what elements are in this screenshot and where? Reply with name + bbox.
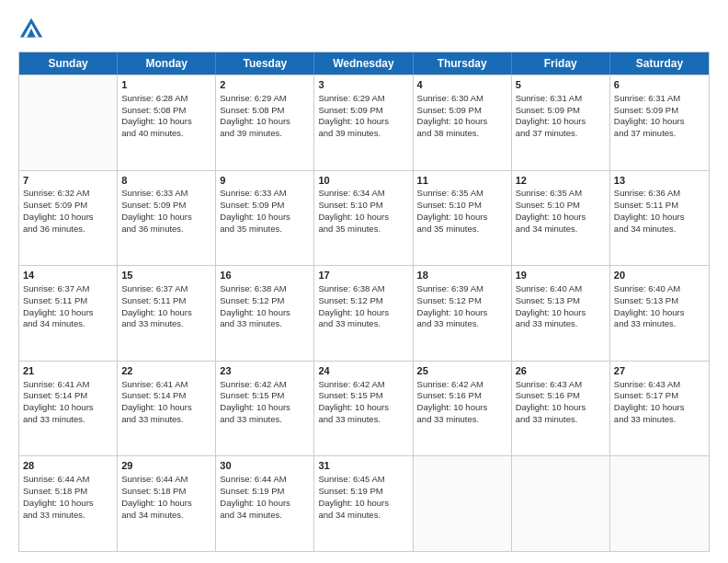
weekday-header: Friday — [512, 52, 610, 75]
day-info-line: Sunset: 5:12 PM — [318, 295, 408, 307]
day-number: 30 — [220, 459, 310, 473]
day-info-line: Daylight: 10 hours — [318, 116, 408, 128]
calendar-day-cell: 23Sunrise: 6:42 AMSunset: 5:15 PMDayligh… — [216, 362, 314, 456]
day-info-line: Daylight: 10 hours — [318, 402, 408, 414]
day-info-line: Sunrise: 6:45 AM — [318, 474, 408, 486]
day-info-line: Sunrise: 6:36 AM — [614, 188, 705, 200]
day-info-line: Daylight: 10 hours — [417, 116, 507, 128]
day-number: 31 — [318, 459, 408, 473]
day-info-line: and 34 minutes. — [318, 510, 408, 522]
day-info-line: Sunset: 5:17 PM — [614, 390, 705, 402]
day-number: 5 — [516, 78, 606, 92]
day-info-line: Daylight: 10 hours — [121, 212, 211, 224]
day-info-line: Sunset: 5:10 PM — [516, 200, 606, 212]
calendar-day-cell: 7Sunrise: 6:32 AMSunset: 5:09 PMDaylight… — [19, 171, 118, 266]
day-info-line: Sunrise: 6:30 AM — [417, 93, 507, 105]
weekday-header: Wednesday — [314, 52, 413, 75]
day-info-line: Daylight: 10 hours — [220, 116, 310, 128]
day-info-line: and 33 minutes. — [417, 414, 507, 426]
day-info-line: Sunrise: 6:41 AM — [121, 379, 211, 391]
day-info-line: and 34 minutes. — [220, 510, 310, 522]
calendar-day-cell: 31Sunrise: 6:45 AMSunset: 5:19 PMDayligh… — [314, 456, 413, 551]
day-info-line: Sunrise: 6:44 AM — [23, 474, 113, 486]
day-info-line: and 33 minutes. — [23, 414, 113, 426]
calendar-day-cell: 27Sunrise: 6:43 AMSunset: 5:17 PMDayligh… — [610, 362, 709, 456]
calendar-day-cell: 5Sunrise: 6:31 AMSunset: 5:09 PMDaylight… — [512, 75, 610, 170]
day-number: 9 — [220, 174, 310, 188]
empty-cell — [19, 75, 118, 170]
day-info-line: and 36 minutes. — [23, 224, 113, 236]
day-info-line: Daylight: 10 hours — [516, 212, 606, 224]
day-info-line: and 33 minutes. — [516, 414, 606, 426]
day-number: 2 — [220, 78, 310, 92]
day-info-line: Sunrise: 6:31 AM — [516, 93, 606, 105]
day-info-line: Daylight: 10 hours — [614, 212, 705, 224]
calendar-day-cell: 2Sunrise: 6:29 AMSunset: 5:08 PMDaylight… — [216, 75, 314, 170]
calendar-body: 1Sunrise: 6:28 AMSunset: 5:08 PMDaylight… — [19, 75, 709, 551]
calendar-day-cell: 22Sunrise: 6:41 AMSunset: 5:14 PMDayligh… — [118, 362, 216, 456]
day-number: 25 — [417, 364, 507, 378]
day-info-line: Sunrise: 6:39 AM — [417, 283, 507, 295]
day-info-line: Sunrise: 6:34 AM — [318, 188, 408, 200]
day-info-line: Sunrise: 6:29 AM — [220, 93, 310, 105]
day-number: 28 — [23, 459, 113, 473]
day-info-line: Sunrise: 6:42 AM — [318, 379, 408, 391]
calendar-day-cell: 16Sunrise: 6:38 AMSunset: 5:12 PMDayligh… — [216, 266, 314, 361]
calendar-row: 14Sunrise: 6:37 AMSunset: 5:11 PMDayligh… — [19, 265, 709, 361]
day-info-line: Daylight: 10 hours — [220, 402, 310, 414]
day-number: 19 — [516, 269, 606, 282]
day-number: 16 — [220, 269, 310, 282]
day-info-line: Daylight: 10 hours — [220, 498, 310, 510]
weekday-header: Monday — [118, 52, 216, 75]
day-info-line: Sunset: 5:14 PM — [121, 390, 211, 402]
day-info-line: Sunrise: 6:40 AM — [516, 283, 606, 295]
weekday-header: Saturday — [610, 52, 709, 75]
day-info-line: Sunset: 5:19 PM — [318, 486, 408, 498]
day-number: 10 — [318, 174, 408, 188]
calendar-row: 7Sunrise: 6:32 AMSunset: 5:09 PMDaylight… — [19, 170, 709, 266]
day-info-line: Daylight: 10 hours — [23, 498, 113, 510]
logo-icon — [18, 17, 44, 42]
calendar-day-cell: 8Sunrise: 6:33 AMSunset: 5:09 PMDaylight… — [118, 171, 216, 266]
calendar-day-cell: 4Sunrise: 6:30 AMSunset: 5:09 PMDaylight… — [414, 75, 512, 170]
day-info-line: Sunset: 5:16 PM — [417, 390, 507, 402]
day-info-line: Daylight: 10 hours — [614, 307, 705, 319]
calendar-day-cell: 9Sunrise: 6:33 AMSunset: 5:09 PMDaylight… — [216, 171, 314, 266]
calendar-row: 1Sunrise: 6:28 AMSunset: 5:08 PMDaylight… — [19, 75, 709, 170]
day-info-line: Daylight: 10 hours — [121, 307, 211, 319]
day-info-line: and 36 minutes. — [121, 224, 211, 236]
day-number: 4 — [417, 78, 507, 92]
day-info-line: and 33 minutes. — [417, 318, 507, 330]
day-info-line: Daylight: 10 hours — [220, 307, 310, 319]
calendar: SundayMondayTuesdayWednesdayThursdayFrid… — [18, 52, 710, 552]
day-number: 22 — [121, 364, 211, 378]
day-number: 14 — [23, 269, 113, 282]
day-info-line: Sunrise: 6:38 AM — [220, 283, 310, 295]
day-number: 26 — [516, 364, 606, 378]
weekday-header: Sunday — [19, 52, 118, 75]
empty-cell — [414, 456, 512, 551]
day-info-line: Daylight: 10 hours — [516, 402, 606, 414]
day-info-line: Sunset: 5:12 PM — [417, 295, 507, 307]
day-info-line: Daylight: 10 hours — [23, 307, 113, 319]
day-info-line: Sunset: 5:19 PM — [220, 486, 310, 498]
calendar-day-cell: 13Sunrise: 6:36 AMSunset: 5:11 PMDayligh… — [610, 171, 709, 266]
day-info-line: Sunset: 5:10 PM — [417, 200, 507, 212]
day-number: 23 — [220, 364, 310, 378]
day-number: 3 — [318, 78, 408, 92]
day-info-line: Sunrise: 6:29 AM — [318, 93, 408, 105]
day-info-line: Sunrise: 6:42 AM — [220, 379, 310, 391]
day-info-line: Sunset: 5:11 PM — [614, 200, 705, 212]
day-info-line: Sunset: 5:09 PM — [220, 200, 310, 212]
day-info-line: Sunrise: 6:38 AM — [318, 283, 408, 295]
day-info-line: Sunset: 5:08 PM — [121, 105, 211, 117]
day-info-line: and 35 minutes. — [220, 224, 310, 236]
day-info-line: and 33 minutes. — [318, 414, 408, 426]
day-number: 8 — [121, 174, 211, 188]
day-info-line: Daylight: 10 hours — [318, 498, 408, 510]
day-info-line: and 38 minutes. — [417, 128, 507, 140]
calendar-day-cell: 18Sunrise: 6:39 AMSunset: 5:12 PMDayligh… — [414, 266, 512, 361]
day-info-line: and 35 minutes. — [417, 224, 507, 236]
calendar-day-cell: 26Sunrise: 6:43 AMSunset: 5:16 PMDayligh… — [512, 362, 610, 456]
day-info-line: Daylight: 10 hours — [23, 212, 113, 224]
